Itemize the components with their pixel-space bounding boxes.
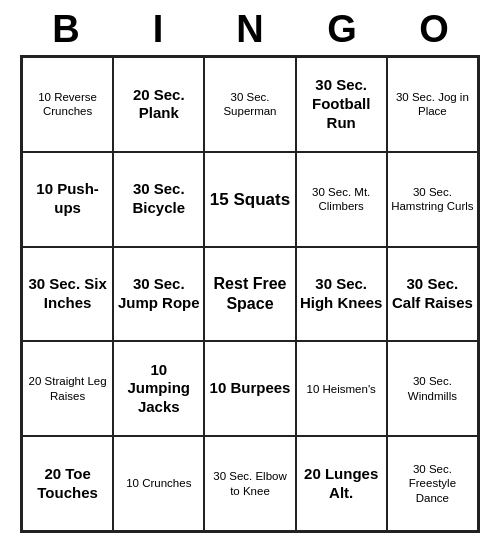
bingo-cell-0: 10 Reverse Crunches bbox=[22, 57, 113, 152]
bingo-cell-5: 10 Push-ups bbox=[22, 152, 113, 247]
bingo-letter-g: G bbox=[302, 8, 382, 51]
bingo-cell-17: 10 Burpees bbox=[204, 341, 295, 436]
bingo-cell-14: 30 Sec. Calf Raises bbox=[387, 247, 478, 342]
bingo-cell-8: 30 Sec. Mt. Climbers bbox=[296, 152, 387, 247]
bingo-cell-13: 30 Sec. High Knees bbox=[296, 247, 387, 342]
bingo-letter-o: O bbox=[394, 8, 474, 51]
bingo-cell-4: 30 Sec. Jog in Place bbox=[387, 57, 478, 152]
bingo-cell-11: 30 Sec. Jump Rope bbox=[113, 247, 204, 342]
bingo-letter-i: I bbox=[118, 8, 198, 51]
bingo-cell-23: 20 Lunges Alt. bbox=[296, 436, 387, 531]
bingo-cell-10: 30 Sec. Six Inches bbox=[22, 247, 113, 342]
bingo-cell-16: 10 Jumping Jacks bbox=[113, 341, 204, 436]
bingo-cell-1: 20 Sec. Plank bbox=[113, 57, 204, 152]
bingo-cell-3: 30 Sec. Football Run bbox=[296, 57, 387, 152]
bingo-cell-18: 10 Heismen's bbox=[296, 341, 387, 436]
bingo-cell-12: Rest Free Space bbox=[204, 247, 295, 342]
bingo-cell-15: 20 Straight Leg Raises bbox=[22, 341, 113, 436]
bingo-cell-9: 30 Sec. Hamstring Curls bbox=[387, 152, 478, 247]
bingo-letter-n: N bbox=[210, 8, 290, 51]
bingo-cell-2: 30 Sec. Superman bbox=[204, 57, 295, 152]
bingo-grid: 10 Reverse Crunches20 Sec. Plank30 Sec. … bbox=[20, 55, 480, 533]
bingo-cell-19: 30 Sec. Windmills bbox=[387, 341, 478, 436]
bingo-cell-22: 30 Sec. Elbow to Knee bbox=[204, 436, 295, 531]
bingo-header: BINGO bbox=[20, 0, 480, 55]
bingo-letter-b: B bbox=[26, 8, 106, 51]
bingo-cell-7: 15 Squats bbox=[204, 152, 295, 247]
bingo-cell-21: 10 Crunches bbox=[113, 436, 204, 531]
bingo-cell-6: 30 Sec. Bicycle bbox=[113, 152, 204, 247]
bingo-cell-24: 30 Sec. Freestyle Dance bbox=[387, 436, 478, 531]
bingo-cell-20: 20 Toe Touches bbox=[22, 436, 113, 531]
